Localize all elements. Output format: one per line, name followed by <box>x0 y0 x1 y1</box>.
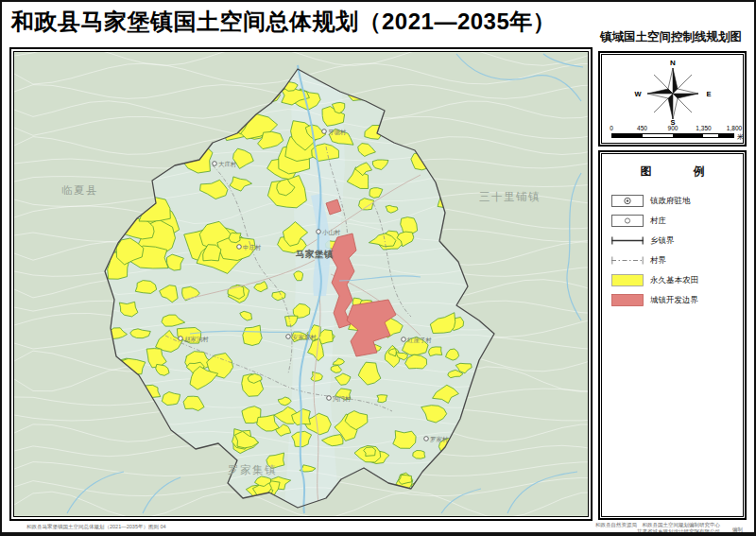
sheet-title: 和政县马家堡镇国土空间总体规划（2021—2035年） <box>11 7 556 37</box>
footer-right-line2: 甘肃省城乡规划设计研究院有限公司 <box>595 528 720 535</box>
legend-item-pink: 城镇开发边界 <box>611 290 743 310</box>
scale-bar-segments <box>611 133 734 138</box>
legend-item-label: 村庄 <box>650 216 666 227</box>
scale-unit: 米 <box>737 132 744 142</box>
town-seat-label: 马家堡镇 <box>295 249 334 259</box>
scale-bar: 04509001,3501,800 米 <box>611 125 744 144</box>
footer-right-line1: 和政县自然资源局 和政县国土空间规划编制研究中心 <box>595 522 720 528</box>
neighbor-region-label: 罗家集镇 <box>228 464 277 475</box>
legend-swatch-town-icon <box>611 195 644 207</box>
village-label: 赵家沟村 <box>184 336 209 343</box>
village-label: 红崖子村 <box>407 337 432 344</box>
footer-note-left: 和政县马家堡镇国土空间总体规划（2021—2035年）图则 04 <box>26 524 166 530</box>
legend-item-dashline: 村界 <box>611 251 743 270</box>
scale-tick: 1,800 <box>727 125 742 131</box>
legend-swatch-pink-icon <box>611 294 644 306</box>
compass-rose-icon: N W E S <box>602 57 744 125</box>
compass-w: W <box>634 90 642 98</box>
legend-item-town: 镇政府驻地 <box>611 191 743 211</box>
village-label: 中庄村 <box>243 244 262 251</box>
legend-item-label: 乡镇界 <box>650 235 675 247</box>
legend-swatch-yellow-icon <box>611 274 644 286</box>
footer-seal: 编制 <box>732 527 743 533</box>
village-label: 大庄村 <box>218 161 237 168</box>
scale-tick: 0 <box>610 125 613 131</box>
compass-e: E <box>706 90 711 98</box>
footer-note-right: 和政县自然资源局 和政县国土空间规划编制研究中心 甘肃省城乡规划设计研究院有限公… <box>595 522 720 534</box>
plan-sheet: 和政县马家堡镇国土空间总体规划（2021—2035年） 镇域国土空间控制线规划图… <box>0 0 756 536</box>
legend-swatch-line-icon <box>611 234 644 247</box>
scale-tick: 1,350 <box>696 125 711 131</box>
sheet-subtitle: 镇域国土空间控制线规划图 <box>600 29 742 45</box>
legend-item-line: 乡镇界 <box>611 231 743 251</box>
legend-swatch-village-icon <box>611 215 644 227</box>
legend-item-label: 村界 <box>650 255 666 267</box>
village-label: 牙塘村 <box>328 129 347 136</box>
legend-item-village: 村庄 <box>611 211 743 231</box>
village-label: 罗家村 <box>430 436 449 443</box>
legend-header: 图 例 <box>602 164 743 180</box>
village-label: 安家坡村 <box>292 334 317 341</box>
legend-item-yellow: 永久基本农田 <box>611 270 743 290</box>
planning-map: 大庄村牙塘村中庄村小山村赵家沟村安家坡村红崖子村沟门村罗家村马家堡镇临夏县三十里… <box>14 52 588 516</box>
legend-item-label: 永久基本农田 <box>650 275 698 286</box>
legend: 图 例 镇政府驻地村庄乡镇界村界永久基本农田城镇开发边界 <box>598 150 747 520</box>
legend-item-label: 城镇开发边界 <box>650 295 698 306</box>
compass-s: S <box>670 118 675 125</box>
village-label: 小山村 <box>322 229 341 236</box>
compass-scale-box: N W E S 04509001,3501,800 <box>598 51 747 147</box>
scale-tick: 900 <box>668 125 679 131</box>
scale-tick: 450 <box>637 125 647 131</box>
compass-n: N <box>670 59 676 67</box>
map-inner-frame: 大庄村牙塘村中庄村小山村赵家沟村安家坡村红崖子村沟门村罗家村马家堡镇临夏县三十里… <box>13 51 589 517</box>
neighbor-region-label: 临夏县 <box>61 184 98 196</box>
legend-item-label: 镇政府驻地 <box>650 196 691 207</box>
village-label: 沟门村 <box>333 395 352 403</box>
neighbor-region-label: 三十里铺镇 <box>479 191 541 202</box>
map-frame: 大庄村牙塘村中庄村小山村赵家沟村安家坡村红崖子村沟门村罗家村马家堡镇临夏县三十里… <box>9 47 593 521</box>
legend-swatch-dashline-icon <box>611 254 644 267</box>
